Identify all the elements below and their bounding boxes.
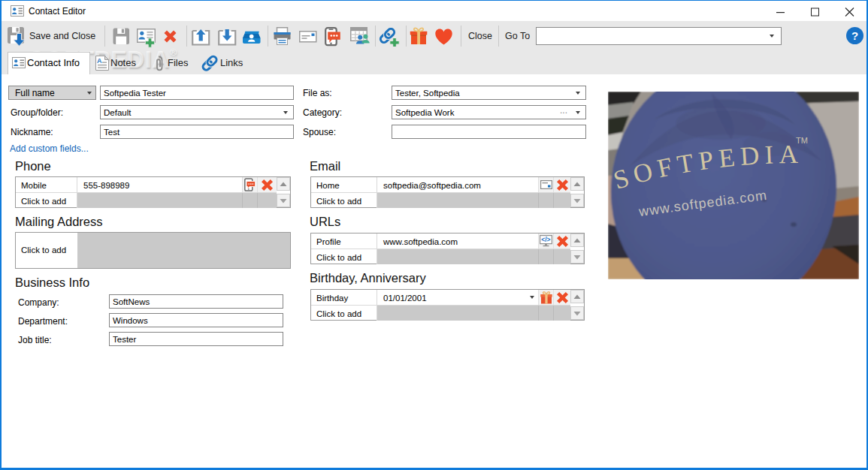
svg-text:?: ? bbox=[851, 29, 858, 42]
svg-text:</>: </> bbox=[541, 236, 550, 243]
svg-text:A: A bbox=[97, 57, 102, 65]
